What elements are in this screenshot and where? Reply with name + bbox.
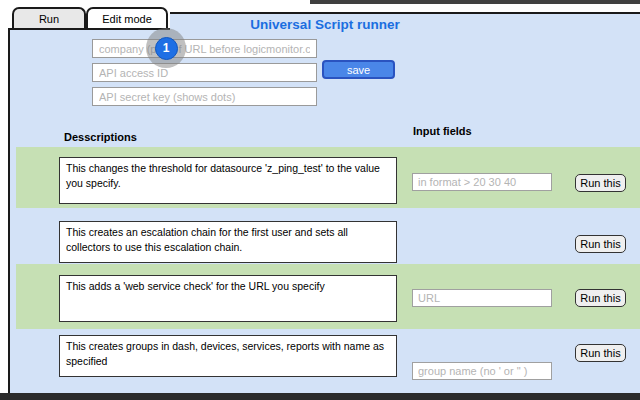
- description-textarea[interactable]: This changes the threshold for datasourc…: [59, 157, 397, 204]
- tab-edit-mode[interactable]: Edit mode: [86, 7, 168, 28]
- click-annotation-ring: 1: [146, 28, 186, 68]
- script-row-create-groups: This creates groups in dash, devices, se…: [16, 329, 640, 395]
- script-row-escalation-chain: This creates an escalation chain for the…: [16, 208, 640, 264]
- descriptions-header: Desscriptions: [64, 131, 137, 143]
- run-this-button[interactable]: Run this: [575, 344, 626, 362]
- company-input[interactable]: [92, 39, 317, 58]
- tab-run[interactable]: Run: [12, 7, 86, 28]
- api-secret-key-input[interactable]: [92, 87, 317, 106]
- threshold-input[interactable]: [412, 173, 552, 191]
- run-this-button[interactable]: Run this: [575, 174, 626, 192]
- save-button[interactable]: save: [322, 60, 395, 79]
- description-textarea[interactable]: This creates an escalation chain for the…: [59, 221, 397, 263]
- group-name-input[interactable]: [412, 362, 552, 380]
- description-textarea[interactable]: This adds a 'web service check' for the …: [59, 275, 397, 322]
- input-fields-header: Input fields: [413, 125, 472, 137]
- window-edge-top: [310, 0, 640, 4]
- tab-strip: Run Edit mode: [8, 0, 170, 30]
- step-1-badge: 1: [155, 37, 178, 60]
- script-row-web-service-check: This adds a 'web service check' for the …: [16, 264, 640, 329]
- url-input[interactable]: [412, 289, 552, 307]
- window-edge-bottom: [0, 393, 640, 400]
- app-panel: Universal Script runner save 1 Desscript…: [8, 12, 640, 393]
- script-row-threshold: This changes the threshold for datasourc…: [16, 147, 640, 208]
- api-access-id-input[interactable]: [92, 63, 317, 82]
- description-textarea[interactable]: This creates groups in dash, devices, se…: [59, 335, 397, 377]
- run-this-button[interactable]: Run this: [575, 235, 626, 253]
- run-this-button[interactable]: Run this: [575, 289, 626, 307]
